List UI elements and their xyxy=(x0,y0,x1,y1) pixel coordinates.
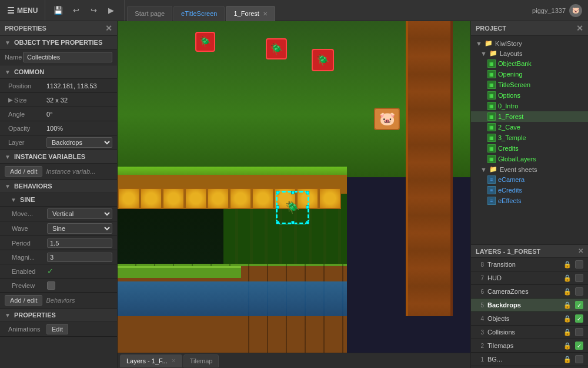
layer-lock-1[interactable]: 🔒 xyxy=(563,356,572,363)
layer-select[interactable]: Backdrops Objects xyxy=(46,137,112,148)
tree-layout-credits[interactable]: ▦ Credits xyxy=(471,143,588,154)
handle-tr[interactable] xyxy=(306,191,309,194)
tree-event-eeffects[interactable]: ≡ eEffects xyxy=(471,195,588,206)
menu-button[interactable]: ☰ MENU xyxy=(0,0,45,21)
save-button[interactable]: 💾 xyxy=(50,3,66,18)
layer-lock-5[interactable]: 🔒 xyxy=(563,301,572,309)
project-tree: ▼ 📁 KiwiStory ▼ 📁 Layouts ▦ ObjectBank ▦… xyxy=(471,36,588,244)
section-behaviors[interactable]: ▼ BEHAVIORS xyxy=(0,180,117,193)
layer-lock-6[interactable]: 🔒 xyxy=(563,288,572,296)
tree-layout-3temple[interactable]: ▦ 3_Temple xyxy=(471,132,588,143)
game-view[interactable]: 🪲 🪲 🪲 🐷 🪲 Mouse: (1081.4, 149.5) xyxy=(118,21,470,368)
layers-close[interactable]: ✕ xyxy=(578,247,583,255)
wave-row: Wave Sine Triangle xyxy=(0,221,117,236)
layer-row-6[interactable]: 6 CameraZones 🔒 xyxy=(471,285,588,299)
layer-vis-2[interactable]: ✓ xyxy=(575,342,583,350)
layer-lock-4[interactable]: 🔒 xyxy=(563,315,572,323)
wood-pillar xyxy=(406,21,453,316)
handle-br[interactable] xyxy=(306,221,309,224)
props-label: PROPERTIES xyxy=(14,311,56,319)
layer-row-7[interactable]: 7 HUD 🔒 xyxy=(471,271,588,285)
tab-layers[interactable]: Layers - 1_F... ✕ xyxy=(120,354,182,367)
layer-row-5[interactable]: 5 Backdrops 🔒 ✓ xyxy=(471,299,588,312)
layer-lock-2[interactable]: 🔒 xyxy=(563,342,572,350)
preview-checkbox[interactable] xyxy=(47,281,55,290)
tree-root[interactable]: ▼ 📁 KiwiStory xyxy=(471,38,588,48)
magni-input[interactable] xyxy=(47,253,112,262)
properties-close[interactable]: ✕ xyxy=(105,24,112,33)
tree-layout-1forest[interactable]: ▦ 1_Forest xyxy=(471,111,588,122)
bug-sprite-2: 🪲 xyxy=(195,32,215,52)
tree-layout-opening[interactable]: ▦ Opening xyxy=(471,69,588,79)
handle-ml[interactable] xyxy=(276,205,279,209)
layout-icon-credits: ▦ xyxy=(487,144,496,152)
root-label: KiwiStory xyxy=(495,40,522,47)
name-input[interactable] xyxy=(23,52,112,62)
play-button[interactable]: ▶ xyxy=(103,3,119,18)
move-select[interactable]: Vertical Horizontal xyxy=(47,208,112,219)
selected-object[interactable]: 🪲 xyxy=(276,191,309,224)
layer-row-1[interactable]: 1 BG... 🔒 xyxy=(471,353,588,366)
section-properties-bottom[interactable]: ▼ PROPERTIES xyxy=(0,309,117,322)
undo-button[interactable]: ↩ xyxy=(68,3,84,18)
tab-tilemap[interactable]: Tilemap xyxy=(183,354,219,367)
layer-vis-8[interactable] xyxy=(575,260,583,268)
period-input[interactable] xyxy=(47,238,112,248)
section-common[interactable]: ▼ COMMON xyxy=(0,65,117,79)
tree-layout-options[interactable]: ▦ Options xyxy=(471,90,588,101)
event-label-ecamera: eCamera xyxy=(498,176,524,183)
tree-eventsheets-folder[interactable]: ▼ 📁 Event sheets xyxy=(471,164,588,174)
handle-mr[interactable] xyxy=(306,205,309,209)
layout-icon-3temple: ▦ xyxy=(487,134,496,142)
layer-lock-3[interactable]: 🔒 xyxy=(563,329,572,336)
layers-title: LAYERS - 1_FOREST xyxy=(476,248,540,255)
tree-layouts-folder[interactable]: ▼ 📁 Layouts xyxy=(471,48,588,58)
tab-start-page[interactable]: Start page xyxy=(127,6,172,21)
arrow-icon: ▼ xyxy=(5,39,11,46)
layer-vis-5[interactable]: ✓ xyxy=(575,301,583,309)
tree-layout-titlescreen[interactable]: ▦ TitleScreen xyxy=(471,79,588,90)
layer-lock-8[interactable]: 🔒 xyxy=(563,261,572,268)
layer-vis-4[interactable]: ✓ xyxy=(575,314,583,323)
instance-label: INSTANCE VARIABLES xyxy=(14,153,85,160)
layers-panel: LAYERS - 1_FOREST ✕ 8 Transition 🔒 7 HUD… xyxy=(471,244,588,368)
section-instance[interactable]: ▼ INSTANCE VARIABLES xyxy=(0,150,117,164)
tree-event-ecredits[interactable]: ≡ eCredits xyxy=(471,185,588,195)
layout-label-3temple: 3_Temple xyxy=(498,134,526,141)
tree-layout-0intro[interactable]: ▦ 0_Intro xyxy=(471,101,588,111)
tree-layout-2cave[interactable]: ▦ 2_Cave xyxy=(471,122,588,132)
layer-row-4[interactable]: 4 Objects 🔒 ✓ xyxy=(471,312,588,326)
layer-vis-1[interactable] xyxy=(575,355,583,363)
layer-row-2[interactable]: 2 Tilemaps 🔒 ✓ xyxy=(471,339,588,353)
section-object-type[interactable]: ▼ OBJECT TYPE PROPERTIES xyxy=(0,36,117,49)
layer-vis-3[interactable] xyxy=(575,328,583,336)
layer-vis-7[interactable] xyxy=(575,274,583,282)
layer-row-3[interactable]: 3 Collisions 🔒 xyxy=(471,326,588,339)
edit-button[interactable]: Edit xyxy=(46,324,68,334)
handle-tl[interactable] xyxy=(276,191,279,194)
project-close[interactable]: ✕ xyxy=(576,24,583,33)
tab-layers-close[interactable]: ✕ xyxy=(171,357,176,364)
tree-layout-globallayers[interactable]: ▦ GlobalLayers xyxy=(471,154,588,164)
handle-bc[interactable] xyxy=(291,221,295,224)
tree-layout-objectbank[interactable]: ▦ ObjectBank xyxy=(471,58,588,69)
layer-row-8[interactable]: 8 Transition 🔒 xyxy=(471,258,588,271)
redo-button[interactable]: ↪ xyxy=(85,3,102,18)
wave-label: Wave xyxy=(12,225,47,232)
preview-label: Preview xyxy=(12,282,47,289)
layer-vis-6[interactable] xyxy=(575,287,583,296)
handle-tc[interactable] xyxy=(291,191,295,194)
tab-forest-close[interactable]: ✕ xyxy=(263,11,268,17)
wave-select[interactable]: Sine Triangle xyxy=(47,223,112,234)
instance-add-button[interactable]: Add / edit xyxy=(5,166,42,177)
tab-etitlescreen[interactable]: eTitleScreen xyxy=(173,6,225,21)
tab-1forest[interactable]: 1_Forest ✕ xyxy=(226,6,275,21)
event-icon-ecredits: ≡ xyxy=(487,186,496,194)
enabled-label: Enabled xyxy=(12,268,47,275)
layer-lock-7[interactable]: 🔒 xyxy=(563,274,572,282)
tree-event-ecamera[interactable]: ≡ eCamera xyxy=(471,174,588,185)
handle-bl[interactable] xyxy=(276,221,279,224)
section-sine[interactable]: ▼ SINE xyxy=(0,193,117,207)
behaviors-add-button[interactable]: Add / edit xyxy=(5,295,42,306)
enabled-check[interactable]: ✓ xyxy=(47,267,54,276)
